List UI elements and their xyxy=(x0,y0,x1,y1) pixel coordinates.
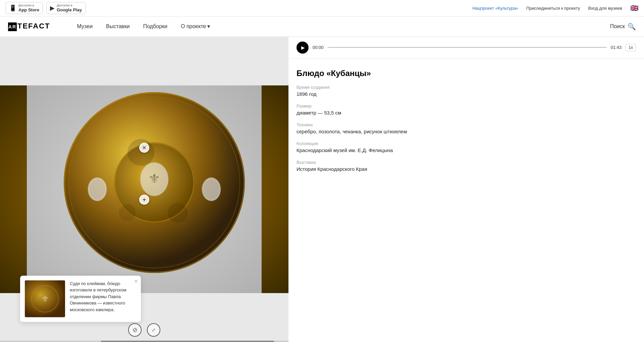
tooltip-thumbnail: ⚜ xyxy=(25,280,65,317)
svg-text:⚜: ⚜ xyxy=(41,294,49,304)
googleplay-badge[interactable]: ▶ Доступно в Google Play xyxy=(46,2,86,14)
nav-exhibitions[interactable]: Выставки xyxy=(106,23,130,29)
googleplay-icon: ▶ xyxy=(50,4,55,12)
collection-label: Коллекция xyxy=(297,141,636,146)
audio-time-total: 01:43 xyxy=(611,45,622,50)
museum-login-link[interactable]: Вход для музеев xyxy=(588,6,622,11)
top-bar: 📱 Доступно в App Store ▶ Доступно в Goog… xyxy=(0,0,644,16)
close-icon: × xyxy=(143,144,146,151)
exhibition-label: Выставка xyxy=(297,160,636,165)
appstore-icon: 📱 xyxy=(9,4,16,12)
plate-svg: ⚜ xyxy=(27,85,262,293)
nav-links: Музеи Выставки Подборки О проекте ▾ xyxy=(77,23,610,29)
logo-ar: AR xyxy=(8,22,17,31)
scroll-thumb xyxy=(101,341,274,342)
reset-view-button[interactable]: ⊘ xyxy=(128,323,142,337)
main-content: ⚜ × + xyxy=(0,37,644,342)
time-label: Время создания xyxy=(297,85,636,90)
search-label: Поиск xyxy=(610,23,625,29)
size-label: Размер xyxy=(297,104,636,109)
artifact-image: ⚜ × + xyxy=(0,85,288,293)
audio-player: ▶ 00:00 01:43 1x xyxy=(288,37,644,59)
detail-group-size: Размер диаметр — 53,5 см xyxy=(297,104,636,116)
plus-icon: + xyxy=(143,196,146,203)
size-value: диаметр — 53,5 см xyxy=(297,110,636,116)
image-controls: ⊘ ⤢ xyxy=(128,323,160,337)
main-nav: ARTEFACT Музеи Выставки Подборки О проек… xyxy=(0,16,644,37)
language-flag-icon[interactable]: 🇬🇧 xyxy=(630,4,639,12)
nav-search[interactable]: Поиск 🔍 xyxy=(610,22,636,30)
tooltip-thumb-svg: ⚜ xyxy=(25,280,65,317)
search-icon: 🔍 xyxy=(628,22,636,30)
audio-time-current: 00:00 xyxy=(313,45,324,50)
info-panel: ▶ 00:00 01:43 1x Блюдо «Кубанцы» Время с… xyxy=(288,37,644,342)
image-area: ⚜ × + xyxy=(0,37,288,342)
svg-point-12 xyxy=(127,139,154,166)
exhibition-value: История Краснодарского Края xyxy=(297,166,636,172)
detail-group-technique: Техника серебро, позолота, чеканка, рису… xyxy=(297,122,636,134)
googleplay-prefix: Доступно в xyxy=(57,4,82,7)
tooltip-text: Судя по клеймам, блюдо изготовили в пете… xyxy=(70,280,136,313)
svg-point-14 xyxy=(119,204,136,221)
appstore-badge[interactable]: 📱 Доступно в App Store xyxy=(5,2,43,14)
svg-point-13 xyxy=(168,203,188,223)
nav-museums[interactable]: Музеи xyxy=(77,23,93,29)
top-bar-right: Нацпроект «Культура» Присоединиться к пр… xyxy=(472,4,639,12)
top-bar-left: 📱 Доступно в App Store ▶ Доступно в Goog… xyxy=(5,2,86,14)
natproject-link[interactable]: Нацпроект «Культура» xyxy=(472,6,518,11)
tooltip-popup: ⚜ Судя по клеймам, блюдо изготовили в пе… xyxy=(20,276,141,322)
logo[interactable]: ARTEFACT xyxy=(8,22,50,31)
audio-speed-button[interactable]: 1x xyxy=(626,44,636,51)
fullscreen-button[interactable]: ⤢ xyxy=(147,323,160,337)
fullscreen-icon: ⤢ xyxy=(152,327,156,333)
artwork-details: Блюдо «Кубанцы» Время создания 1896 год … xyxy=(288,59,644,342)
join-project-link[interactable]: Присоединиться к проекту xyxy=(526,6,580,11)
scroll-bar xyxy=(0,341,288,342)
svg-point-7 xyxy=(90,180,105,199)
detail-group-exhibition: Выставка История Краснодарского Края xyxy=(297,160,636,172)
tooltip-close-button[interactable]: × xyxy=(135,278,138,284)
appstore-prefix: Доступно в xyxy=(18,4,39,7)
nav-about[interactable]: О проекте ▾ xyxy=(181,23,210,29)
play-button[interactable]: ▶ xyxy=(297,42,309,54)
hotspot-plus[interactable]: + xyxy=(139,195,149,205)
detail-group-collection: Коллекция Краснодарский музей им. Е.Д. Ф… xyxy=(297,141,636,153)
appstore-label: App Store xyxy=(18,7,39,13)
logo-rest: TEFACT xyxy=(17,22,50,30)
reset-icon: ⊘ xyxy=(132,326,138,334)
googleplay-label: Google Play xyxy=(57,7,82,13)
detail-group-time: Время создания 1896 год xyxy=(297,85,636,97)
play-icon: ▶ xyxy=(301,45,305,50)
technique-value: серебро, позолота, чеканка, рисунок штих… xyxy=(297,129,636,134)
chevron-down-icon: ▾ xyxy=(207,23,210,29)
nav-selections[interactable]: Подборки xyxy=(143,23,167,29)
technique-label: Техника xyxy=(297,122,636,127)
svg-text:⚜: ⚜ xyxy=(148,171,160,186)
audio-progress-bar[interactable] xyxy=(328,47,607,48)
svg-point-9 xyxy=(204,180,219,199)
artwork-title: Блюдо «Кубанцы» xyxy=(297,69,636,78)
hotspot-close[interactable]: × xyxy=(139,143,149,153)
collection-value: Краснодарский музей им. Е.Д. Фелицына xyxy=(297,147,636,153)
time-value: 1896 год xyxy=(297,91,636,97)
